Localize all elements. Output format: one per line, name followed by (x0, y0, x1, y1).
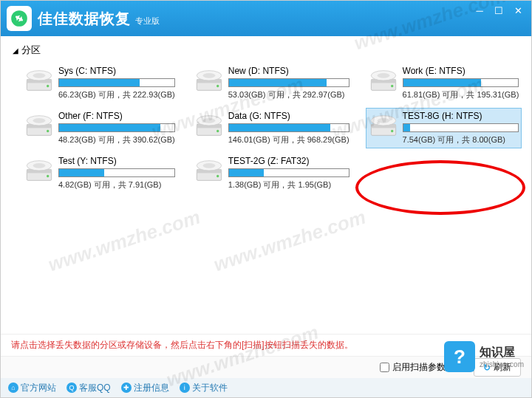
drive-item[interactable]: Data (G: NTFS)146.01(GB) 可用，共 968.29(GB) (191, 108, 352, 148)
footer-bar: ⌂官方网站 Q客服QQ ✚注册信息 i关于软件 (1, 378, 531, 397)
drive-usage-bar (58, 123, 175, 132)
drive-usage-text: 53.03(GB) 可用，共 292.97(GB) (228, 89, 349, 100)
svg-point-34 (47, 175, 49, 177)
drive-name: Test (Y: NTFS) (58, 156, 175, 166)
app-subtitle: 专业版 (135, 16, 160, 27)
qq-icon: Q (66, 382, 77, 393)
brand-watermark: ? 知识屋 zhishiwu.com (444, 341, 524, 372)
disk-icon (24, 111, 54, 140)
drive-usage-bar (228, 123, 349, 132)
svg-point-8 (202, 73, 215, 78)
drive-usage-text: 4.82(GB) 可用，共 7.91(GB) (58, 179, 175, 191)
drive-item[interactable]: Work (E: NTFS)61.81(GB) 可用，共 195.31(GB) (366, 63, 522, 103)
drive-item[interactable]: TEST-2G (Z: FAT32)1.38(GB) 可用，共 1.95(GB) (191, 153, 352, 193)
disk-icon (369, 66, 398, 95)
svg-point-4 (47, 85, 49, 87)
drive-item[interactable]: Other (F: NTFS)48.23(GB) 可用，共 390.62(GB) (21, 108, 178, 148)
disk-icon (24, 156, 54, 185)
drive-item[interactable]: Test (Y: NTFS)4.82(GB) 可用，共 7.91(GB) (21, 153, 178, 193)
drive-usage-text: 1.38(GB) 可用，共 1.95(GB) (228, 179, 349, 191)
footer-reg[interactable]: ✚注册信息 (121, 382, 169, 394)
app-logo-icon (7, 6, 32, 31)
drive-usage-text: 48.23(GB) 可用，共 390.62(GB) (58, 134, 175, 145)
svg-point-24 (216, 130, 219, 132)
footer-about[interactable]: i关于软件 (180, 382, 228, 394)
drive-item[interactable]: Sys (C: NTFS)66.23(GB) 可用，共 222.93(GB) (21, 63, 178, 103)
drive-usage-bar (403, 78, 519, 87)
svg-point-29 (391, 130, 393, 132)
disk-icon (369, 111, 398, 140)
drive-item[interactable]: TEST-8G (H: NTFS)7.54(GB) 可用，共 8.00(GB) (366, 108, 522, 148)
section-partitions[interactable]: ◢ 分区 (13, 44, 519, 57)
drive-usage-bar (58, 78, 175, 87)
drive-item[interactable]: New (D: NTFS)53.03(GB) 可用，共 292.97(GB) (191, 63, 352, 103)
maximize-button[interactable]: ☐ (490, 4, 508, 17)
drive-usage-bar (228, 168, 349, 177)
disk-icon (194, 156, 224, 185)
minimize-button[interactable]: ─ (471, 4, 488, 17)
svg-point-18 (33, 118, 46, 123)
svg-point-39 (216, 175, 219, 177)
brand-url: zhishiwu.com (480, 360, 524, 368)
brand-icon: ? (444, 341, 475, 372)
svg-point-38 (202, 163, 215, 168)
drive-name: TEST-8G (H: NTFS) (403, 111, 519, 121)
drive-usage-text: 66.23(GB) 可用，共 222.93(GB) (58, 89, 175, 100)
section-label: 分区 (21, 44, 41, 57)
svg-point-14 (391, 85, 393, 87)
svg-point-3 (33, 73, 46, 78)
drive-name: TEST-2G (Z: FAT32) (228, 156, 349, 166)
drive-usage-text: 61.81(GB) 可用，共 195.31(GB) (403, 89, 519, 100)
disk-icon (194, 66, 224, 95)
collapse-icon: ◢ (13, 47, 18, 55)
title-bar: 佳佳数据恢复 专业版 ─ ☐ ✕ (1, 1, 531, 36)
svg-point-28 (377, 118, 389, 123)
main-content: ◢ 分区 Sys (C: NTFS)66.23(GB) 可用，共 222.93(… (1, 36, 531, 352)
close-button[interactable]: ✕ (509, 4, 527, 17)
key-icon: ✚ (121, 382, 132, 393)
drive-name: Other (F: NTFS) (58, 111, 175, 121)
brand-name: 知识屋 (480, 345, 524, 360)
footer-qq[interactable]: Q客服QQ (66, 382, 111, 394)
svg-point-33 (33, 163, 46, 168)
drive-usage-text: 7.54(GB) 可用，共 8.00(GB) (403, 134, 519, 145)
drive-name: Data (G: NTFS) (228, 111, 349, 121)
disk-icon (24, 66, 54, 95)
drive-name: New (D: NTFS) (228, 66, 349, 76)
app-title: 佳佳数据恢复 (38, 9, 131, 29)
info-icon: i (180, 382, 190, 393)
enable-scan-params-input[interactable] (380, 363, 389, 372)
svg-point-19 (47, 130, 49, 132)
disk-icon (194, 111, 224, 140)
footer-site[interactable]: ⌂官方网站 (8, 382, 56, 394)
svg-point-23 (202, 118, 215, 123)
svg-point-9 (216, 85, 219, 87)
drive-usage-bar (228, 78, 349, 87)
home-icon: ⌂ (8, 382, 18, 393)
drive-name: Work (E: NTFS) (403, 66, 519, 76)
drive-usage-bar (403, 123, 519, 132)
drive-usage-text: 146.01(GB) 可用，共 968.29(GB) (228, 134, 349, 145)
drive-name: Sys (C: NTFS) (58, 66, 175, 76)
svg-point-13 (377, 73, 389, 78)
drive-usage-bar (58, 168, 175, 177)
